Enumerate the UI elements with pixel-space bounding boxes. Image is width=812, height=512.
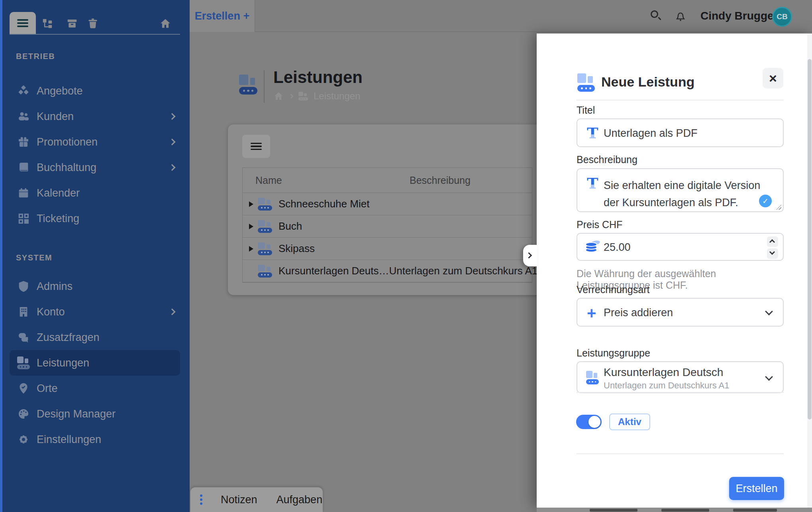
sidebar-header-divider xyxy=(10,34,180,35)
sidebar-item-label: Orte xyxy=(37,382,58,395)
home-icon[interactable] xyxy=(159,18,171,30)
sidebar-item-label: Angebote xyxy=(37,85,83,97)
gift-icon xyxy=(16,135,31,149)
drawer-collapse-button[interactable] xyxy=(523,245,537,266)
resize-handle[interactable] xyxy=(776,205,781,210)
table-menu-button[interactable] xyxy=(242,135,270,158)
leistungen-icon xyxy=(258,265,272,278)
tab-notizen[interactable]: Notizen xyxy=(211,494,267,506)
kebab-menu-icon[interactable] xyxy=(200,494,202,505)
text-type-icon: TT xyxy=(587,126,599,140)
table-row[interactable]: Kursunterlagen Deuts…Unterlagen zum Deut… xyxy=(243,260,532,282)
hamburger-icon xyxy=(17,18,28,29)
trash-icon[interactable] xyxy=(87,18,99,30)
divider xyxy=(577,392,784,393)
sidebar-item-einstellungen[interactable]: Einstellungen xyxy=(10,427,180,452)
dimmed-table-peek xyxy=(537,508,812,512)
tab-aufgaben[interactable]: Aufgaben xyxy=(267,494,332,506)
chevron-down-icon xyxy=(765,307,773,315)
beschreibung-label: Beschreibung xyxy=(577,154,637,165)
expand-triangle-icon[interactable] xyxy=(249,201,258,207)
sidebar-item-label: Admins xyxy=(37,280,73,293)
divider xyxy=(577,100,784,100)
avatar[interactable]: CB xyxy=(772,7,792,27)
scrollbar-thumb[interactable] xyxy=(808,59,812,419)
divider xyxy=(577,453,784,454)
sidebar-item-kunden[interactable]: Kunden xyxy=(10,104,180,129)
chevron-right-icon xyxy=(169,164,176,171)
sidebar-item-promotionen[interactable]: Promotionen xyxy=(10,129,180,155)
row-name: Skipass xyxy=(279,242,315,255)
sidebar-item-leistungen[interactable]: Leistungen xyxy=(10,350,180,376)
tab-erstellen[interactable]: Erstellen + xyxy=(190,0,255,32)
drawer-scrollbar xyxy=(807,33,812,508)
column-header-beschreibung: Beschreibung xyxy=(410,175,471,186)
table-card: Name Beschreibung Schneeschuhe MietBuchS… xyxy=(228,124,547,295)
sidebar-item-label: Kunden xyxy=(37,110,74,123)
pin-icon xyxy=(16,382,31,395)
notifications-bell-icon[interactable] xyxy=(674,10,687,22)
row-name: Kursunterlagen Deuts… xyxy=(279,265,389,277)
expand-triangle-icon[interactable] xyxy=(249,246,258,252)
leistungen-icon xyxy=(258,220,272,233)
sidebar-item-ticketing[interactable]: Ticketing xyxy=(10,206,180,231)
leistungen-icon xyxy=(258,242,272,255)
titel-input[interactable]: TT Unterlagen als PDF xyxy=(577,118,784,147)
sidebar-item-buchhaltung[interactable]: Buchhaltung xyxy=(10,155,180,180)
gear-icon xyxy=(16,433,31,446)
leistungen-icon xyxy=(16,356,31,370)
erstellen-button[interactable]: Erstellen xyxy=(729,477,784,500)
search-icon[interactable] xyxy=(651,10,662,22)
sidebar-item-kalender[interactable]: Kalender xyxy=(10,180,180,206)
close-button[interactable]: × xyxy=(763,68,783,89)
toggle-knob xyxy=(588,416,600,428)
expand-triangle-icon[interactable] xyxy=(249,224,258,229)
table-row[interactable]: Buch xyxy=(243,215,532,238)
table-row[interactable]: Skipass xyxy=(243,238,532,260)
sidebar-item-label: Ticketing xyxy=(37,213,79,225)
sidebar-item-konto[interactable]: Konto xyxy=(10,299,180,325)
breadcrumb-current[interactable]: Leistungen xyxy=(314,91,360,102)
chevron-right-icon xyxy=(526,252,532,259)
chat-icon xyxy=(16,331,31,344)
sidebar-item-label: Promotionen xyxy=(37,136,98,148)
title-divider xyxy=(264,70,265,103)
aktiv-toggle[interactable] xyxy=(576,415,602,429)
leistungsgruppe-subtext: Unterlagen zum Deutschkurs A1 xyxy=(604,380,730,391)
verrechnungsart-select[interactable]: + Preis addieren xyxy=(577,298,784,327)
sidebar-item-admins[interactable]: Admins xyxy=(10,274,180,299)
sidebar-item-zusatzfragen[interactable]: Zusatzfragen xyxy=(10,325,180,350)
sidebar-item-design-manager[interactable]: Design Manager xyxy=(10,401,180,427)
beschreibung-textarea[interactable]: TT Sie erhalten eine digitale Version de… xyxy=(577,168,784,212)
users-icon xyxy=(16,110,31,123)
coins-icon xyxy=(585,240,600,254)
chevron-down-icon xyxy=(765,373,773,381)
page-title: Leistungen xyxy=(273,68,363,87)
verrechnungsart-value: Preis addieren xyxy=(604,307,673,319)
stepper-up-button[interactable] xyxy=(767,236,778,247)
user-name[interactable]: Cindy Brugger xyxy=(700,0,778,32)
leistungsgruppe-select[interactable]: Kursunterlagen Deutsch Unterlagen zum De… xyxy=(577,361,784,393)
stepper-down-button[interactable] xyxy=(767,248,778,259)
titel-label: Titel xyxy=(577,104,595,116)
preis-label: Preis CHF xyxy=(577,219,622,230)
table-row[interactable]: Schneeschuhe Miet xyxy=(243,193,532,215)
leistungen-page-icon xyxy=(239,75,257,95)
breadcrumb: Leistungen xyxy=(273,90,360,102)
sidebar-item-orte[interactable]: Orte xyxy=(10,376,180,401)
preis-input[interactable]: 25.00 xyxy=(577,233,784,261)
check-badge-icon: ✓ xyxy=(759,195,772,207)
sidebar-item-label: Leistungen xyxy=(37,357,89,369)
sitemap-icon[interactable] xyxy=(41,18,53,30)
archive-icon[interactable] xyxy=(66,18,78,30)
column-header-name: Name xyxy=(243,175,410,186)
sidebar-item-angebote[interactable]: Angebote xyxy=(10,78,180,104)
sidebar-toggle-button[interactable] xyxy=(10,12,36,34)
breadcrumb-chevron-icon xyxy=(288,94,294,99)
breadcrumb-home-icon[interactable] xyxy=(273,91,284,101)
close-icon: × xyxy=(769,71,777,85)
cubes-icon xyxy=(16,84,31,98)
topbar: Erstellen + Cindy Brugger CB xyxy=(190,0,812,32)
chevron-right-icon xyxy=(169,113,176,120)
row-name: Buch xyxy=(279,220,302,232)
